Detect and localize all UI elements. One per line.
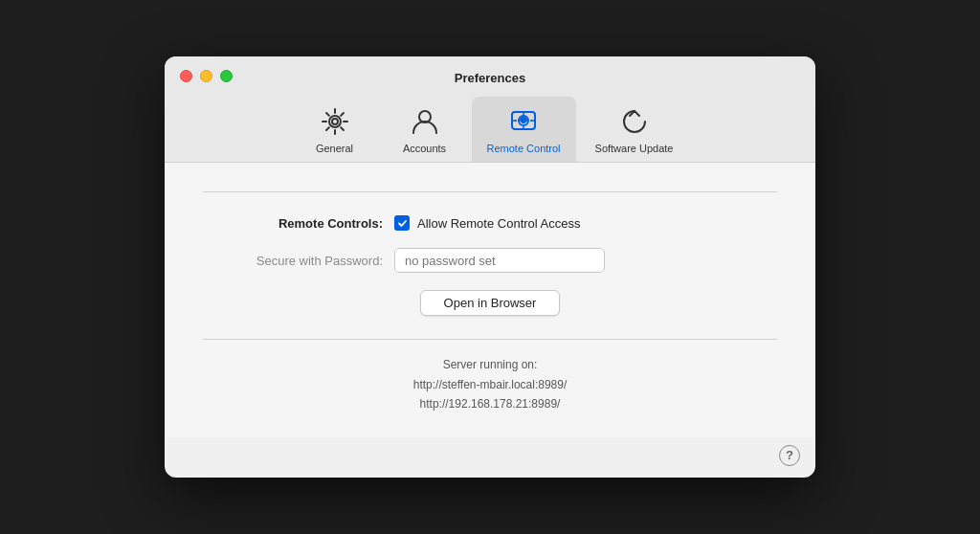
preferences-window: Preferences General [165,56,815,477]
tab-accounts[interactable]: Accounts [382,97,468,162]
svg-point-1 [329,116,341,127]
toolbar: General Accounts [292,97,689,162]
tab-accounts-label: Accounts [403,143,446,154]
server-url1: http://steffen-mbair.local:8989/ [203,375,777,394]
server-url2: http://192.168.178.21:8989/ [203,394,777,413]
tab-general-label: General [316,143,353,154]
password-label: Secure with Password: [203,254,394,268]
password-input[interactable] [394,248,605,273]
button-row: Open in Browser [203,290,777,316]
remote-controls-label: Remote Controls: [203,216,394,231]
open-browser-button[interactable]: Open in Browser [420,290,561,316]
tab-general[interactable]: General [292,97,378,162]
bottom-divider [203,339,777,340]
tab-remote-control[interactable]: Remote Control [472,97,576,162]
password-row: Secure with Password: [203,248,777,273]
tab-software-update-label: Software Update [595,143,674,154]
titlebar: Preferences General [165,56,815,163]
allow-checkbox-row: Allow Remote Control Access [394,215,581,231]
server-label: Server running on: [203,355,777,374]
remote-controls-row: Remote Controls: Allow Remote Control Ac… [203,215,777,231]
software-update-icon [617,104,652,139]
general-icon [318,104,352,139]
tab-software-update[interactable]: Software Update [580,97,689,162]
top-divider [203,191,777,192]
remote-control-icon [506,104,541,139]
server-info: Server running on: http://steffen-mbair.… [203,355,777,413]
allow-checkbox-label: Allow Remote Control Access [417,216,581,231]
allow-checkbox[interactable] [394,215,410,231]
content-area: Remote Controls: Allow Remote Control Ac… [165,163,815,436]
svg-point-5 [522,119,525,122]
tab-remote-control-label: Remote Control [487,143,561,154]
help-button[interactable]: ? [779,445,800,466]
footer: ? [165,437,815,478]
svg-point-0 [332,119,338,124]
window-title: Preferences [180,71,800,85]
accounts-icon [408,104,442,139]
